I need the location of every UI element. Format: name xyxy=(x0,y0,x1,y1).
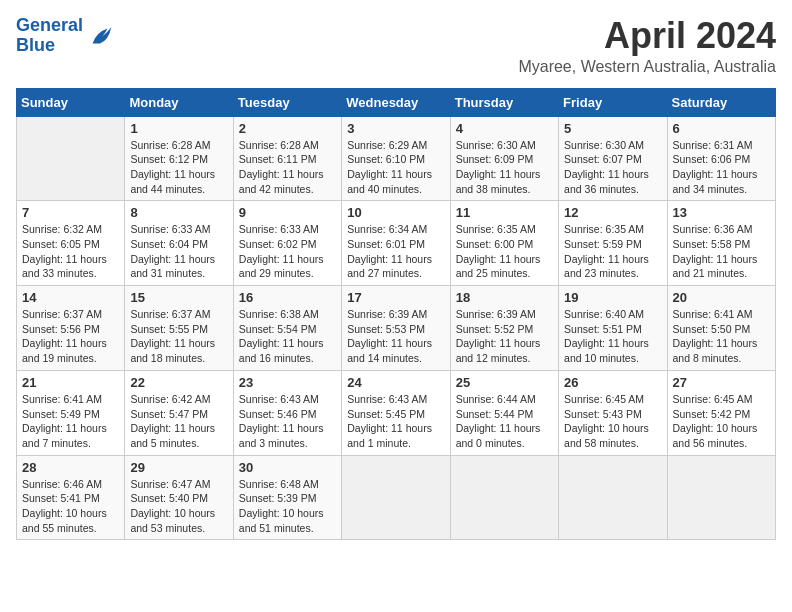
day-info: Sunrise: 6:36 AM Sunset: 5:58 PM Dayligh… xyxy=(673,222,770,281)
day-number: 21 xyxy=(22,375,119,390)
header-cell-monday: Monday xyxy=(125,88,233,116)
calendar-cell: 27Sunrise: 6:45 AM Sunset: 5:42 PM Dayli… xyxy=(667,370,775,455)
day-number: 3 xyxy=(347,121,444,136)
day-info: Sunrise: 6:40 AM Sunset: 5:51 PM Dayligh… xyxy=(564,307,661,366)
logo: GeneralBlue xyxy=(16,16,115,56)
day-number: 7 xyxy=(22,205,119,220)
header-cell-sunday: Sunday xyxy=(17,88,125,116)
calendar-week-1: 1Sunrise: 6:28 AM Sunset: 6:12 PM Daylig… xyxy=(17,116,776,201)
day-info: Sunrise: 6:43 AM Sunset: 5:45 PM Dayligh… xyxy=(347,392,444,451)
day-number: 27 xyxy=(673,375,770,390)
calendar-cell: 7Sunrise: 6:32 AM Sunset: 6:05 PM Daylig… xyxy=(17,201,125,286)
calendar-cell: 20Sunrise: 6:41 AM Sunset: 5:50 PM Dayli… xyxy=(667,286,775,371)
day-number: 4 xyxy=(456,121,553,136)
day-info: Sunrise: 6:32 AM Sunset: 6:05 PM Dayligh… xyxy=(22,222,119,281)
day-info: Sunrise: 6:31 AM Sunset: 6:06 PM Dayligh… xyxy=(673,138,770,197)
day-number: 13 xyxy=(673,205,770,220)
day-info: Sunrise: 6:29 AM Sunset: 6:10 PM Dayligh… xyxy=(347,138,444,197)
day-number: 29 xyxy=(130,460,227,475)
day-info: Sunrise: 6:41 AM Sunset: 5:49 PM Dayligh… xyxy=(22,392,119,451)
day-info: Sunrise: 6:35 AM Sunset: 6:00 PM Dayligh… xyxy=(456,222,553,281)
calendar-cell: 17Sunrise: 6:39 AM Sunset: 5:53 PM Dayli… xyxy=(342,286,450,371)
day-number: 9 xyxy=(239,205,336,220)
day-number: 8 xyxy=(130,205,227,220)
day-info: Sunrise: 6:28 AM Sunset: 6:12 PM Dayligh… xyxy=(130,138,227,197)
day-info: Sunrise: 6:45 AM Sunset: 5:43 PM Dayligh… xyxy=(564,392,661,451)
day-info: Sunrise: 6:30 AM Sunset: 6:07 PM Dayligh… xyxy=(564,138,661,197)
day-info: Sunrise: 6:46 AM Sunset: 5:41 PM Dayligh… xyxy=(22,477,119,536)
day-info: Sunrise: 6:47 AM Sunset: 5:40 PM Dayligh… xyxy=(130,477,227,536)
calendar-cell: 28Sunrise: 6:46 AM Sunset: 5:41 PM Dayli… xyxy=(17,455,125,540)
header-cell-friday: Friday xyxy=(559,88,667,116)
page-header: GeneralBlue April 2024 Myaree, Western A… xyxy=(16,16,776,76)
day-info: Sunrise: 6:33 AM Sunset: 6:02 PM Dayligh… xyxy=(239,222,336,281)
calendar-week-2: 7Sunrise: 6:32 AM Sunset: 6:05 PM Daylig… xyxy=(17,201,776,286)
day-number: 20 xyxy=(673,290,770,305)
day-info: Sunrise: 6:35 AM Sunset: 5:59 PM Dayligh… xyxy=(564,222,661,281)
day-number: 12 xyxy=(564,205,661,220)
calendar-cell: 8Sunrise: 6:33 AM Sunset: 6:04 PM Daylig… xyxy=(125,201,233,286)
day-number: 10 xyxy=(347,205,444,220)
day-number: 25 xyxy=(456,375,553,390)
day-number: 18 xyxy=(456,290,553,305)
calendar-cell: 18Sunrise: 6:39 AM Sunset: 5:52 PM Dayli… xyxy=(450,286,558,371)
day-number: 26 xyxy=(564,375,661,390)
day-number: 23 xyxy=(239,375,336,390)
logo-bird-icon xyxy=(85,21,115,51)
calendar-cell: 3Sunrise: 6:29 AM Sunset: 6:10 PM Daylig… xyxy=(342,116,450,201)
day-info: Sunrise: 6:34 AM Sunset: 6:01 PM Dayligh… xyxy=(347,222,444,281)
header-row: SundayMondayTuesdayWednesdayThursdayFrid… xyxy=(17,88,776,116)
header-cell-wednesday: Wednesday xyxy=(342,88,450,116)
calendar-cell: 4Sunrise: 6:30 AM Sunset: 6:09 PM Daylig… xyxy=(450,116,558,201)
calendar-cell: 26Sunrise: 6:45 AM Sunset: 5:43 PM Dayli… xyxy=(559,370,667,455)
day-info: Sunrise: 6:41 AM Sunset: 5:50 PM Dayligh… xyxy=(673,307,770,366)
calendar-cell xyxy=(667,455,775,540)
day-info: Sunrise: 6:33 AM Sunset: 6:04 PM Dayligh… xyxy=(130,222,227,281)
calendar-cell: 14Sunrise: 6:37 AM Sunset: 5:56 PM Dayli… xyxy=(17,286,125,371)
day-number: 5 xyxy=(564,121,661,136)
day-info: Sunrise: 6:44 AM Sunset: 5:44 PM Dayligh… xyxy=(456,392,553,451)
calendar-cell: 22Sunrise: 6:42 AM Sunset: 5:47 PM Dayli… xyxy=(125,370,233,455)
day-number: 24 xyxy=(347,375,444,390)
day-number: 22 xyxy=(130,375,227,390)
header-cell-tuesday: Tuesday xyxy=(233,88,341,116)
day-info: Sunrise: 6:42 AM Sunset: 5:47 PM Dayligh… xyxy=(130,392,227,451)
title-block: April 2024 Myaree, Western Australia, Au… xyxy=(518,16,776,76)
day-info: Sunrise: 6:37 AM Sunset: 5:56 PM Dayligh… xyxy=(22,307,119,366)
calendar-cell xyxy=(342,455,450,540)
calendar-cell: 29Sunrise: 6:47 AM Sunset: 5:40 PM Dayli… xyxy=(125,455,233,540)
calendar-cell: 10Sunrise: 6:34 AM Sunset: 6:01 PM Dayli… xyxy=(342,201,450,286)
day-number: 17 xyxy=(347,290,444,305)
calendar-cell: 21Sunrise: 6:41 AM Sunset: 5:49 PM Dayli… xyxy=(17,370,125,455)
calendar-cell: 12Sunrise: 6:35 AM Sunset: 5:59 PM Dayli… xyxy=(559,201,667,286)
calendar-cell: 5Sunrise: 6:30 AM Sunset: 6:07 PM Daylig… xyxy=(559,116,667,201)
calendar-cell: 11Sunrise: 6:35 AM Sunset: 6:00 PM Dayli… xyxy=(450,201,558,286)
day-number: 16 xyxy=(239,290,336,305)
calendar-cell: 25Sunrise: 6:44 AM Sunset: 5:44 PM Dayli… xyxy=(450,370,558,455)
day-number: 1 xyxy=(130,121,227,136)
day-number: 2 xyxy=(239,121,336,136)
calendar-cell xyxy=(559,455,667,540)
header-cell-thursday: Thursday xyxy=(450,88,558,116)
day-info: Sunrise: 6:37 AM Sunset: 5:55 PM Dayligh… xyxy=(130,307,227,366)
day-info: Sunrise: 6:30 AM Sunset: 6:09 PM Dayligh… xyxy=(456,138,553,197)
calendar-week-3: 14Sunrise: 6:37 AM Sunset: 5:56 PM Dayli… xyxy=(17,286,776,371)
calendar-cell: 19Sunrise: 6:40 AM Sunset: 5:51 PM Dayli… xyxy=(559,286,667,371)
calendar-cell: 15Sunrise: 6:37 AM Sunset: 5:55 PM Dayli… xyxy=(125,286,233,371)
calendar-cell: 9Sunrise: 6:33 AM Sunset: 6:02 PM Daylig… xyxy=(233,201,341,286)
day-info: Sunrise: 6:48 AM Sunset: 5:39 PM Dayligh… xyxy=(239,477,336,536)
calendar-week-5: 28Sunrise: 6:46 AM Sunset: 5:41 PM Dayli… xyxy=(17,455,776,540)
day-number: 11 xyxy=(456,205,553,220)
calendar-cell: 16Sunrise: 6:38 AM Sunset: 5:54 PM Dayli… xyxy=(233,286,341,371)
day-number: 6 xyxy=(673,121,770,136)
day-number: 14 xyxy=(22,290,119,305)
day-number: 19 xyxy=(564,290,661,305)
day-number: 15 xyxy=(130,290,227,305)
calendar-cell: 13Sunrise: 6:36 AM Sunset: 5:58 PM Dayli… xyxy=(667,201,775,286)
logo-text: GeneralBlue xyxy=(16,16,83,56)
day-info: Sunrise: 6:45 AM Sunset: 5:42 PM Dayligh… xyxy=(673,392,770,451)
day-number: 30 xyxy=(239,460,336,475)
calendar-cell: 2Sunrise: 6:28 AM Sunset: 6:11 PM Daylig… xyxy=(233,116,341,201)
day-number: 28 xyxy=(22,460,119,475)
month-title: April 2024 xyxy=(518,16,776,56)
